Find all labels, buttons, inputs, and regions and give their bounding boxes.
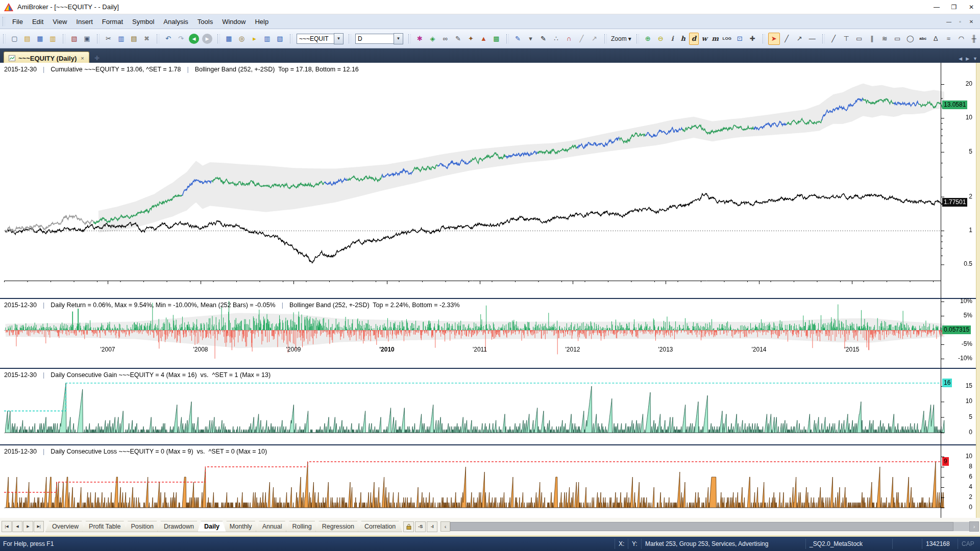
symbol-combo-dropdown-icon[interactable]: ▼ (334, 33, 344, 44)
delete-icon[interactable]: ✖ (141, 33, 153, 45)
gray-line-icon[interactable]: ╱ (576, 33, 587, 45)
zoom-menu-button[interactable]: Zoom▾ (609, 35, 633, 42)
range-icon[interactable]: ⊡ (734, 33, 746, 45)
pen-icon[interactable]: ✎ (537, 33, 549, 45)
restore-button[interactable]: ❐ (945, 1, 963, 14)
menu-format[interactable]: Format (97, 16, 128, 28)
print-preview-icon[interactable]: ▧ (68, 33, 80, 45)
next-sheet-button[interactable]: ▶ (23, 521, 33, 532)
pencil-caret-icon[interactable]: ▾ (525, 33, 536, 45)
log-scale-icon[interactable]: LOG (721, 33, 733, 45)
hscroll-left-icon[interactable]: ‹ (440, 521, 450, 532)
forward-icon[interactable]: ▶ (202, 34, 212, 44)
dotted-pen-icon[interactable]: ∴ (550, 33, 562, 45)
menu-tools[interactable]: Tools (193, 16, 217, 28)
close-button[interactable]: ✕ (963, 1, 980, 14)
menu-help[interactable]: Help (250, 16, 273, 28)
channel-icon[interactable]: ≋ (879, 33, 891, 45)
explore-icon[interactable]: ∞ (439, 33, 451, 45)
menu-window[interactable]: Window (217, 16, 250, 28)
hscroll-right-icon[interactable]: › (969, 521, 979, 532)
symbol-combo[interactable]: ~~~EQUIT▼ (297, 33, 344, 44)
pointer-icon[interactable]: ➤ (768, 33, 780, 45)
copy-icon[interactable]: ▥ (115, 33, 127, 45)
letter-i-icon[interactable]: i (668, 33, 677, 45)
sheet-tab-correlation[interactable]: Correlation (358, 521, 402, 532)
print-icon[interactable]: ▣ (81, 33, 93, 45)
rectangle-icon[interactable]: ▭ (892, 33, 903, 45)
interval-combo-dropdown-icon[interactable]: ▼ (394, 33, 403, 44)
menu-analysis[interactable]: Analysis (159, 16, 192, 28)
tab-scroll-left-icon[interactable]: ◀ (959, 56, 962, 61)
tab-scroll-right-icon[interactable]: ▶ (966, 56, 969, 61)
wizard-icon[interactable]: ✱ (414, 33, 426, 45)
minimize-button[interactable]: — (928, 1, 945, 14)
formula-icon[interactable]: ✎ (452, 33, 464, 45)
sheet-tab-regression[interactable]: Regression (315, 521, 361, 532)
sheet-tab-rolling[interactable]: Rolling (286, 521, 318, 532)
interval-combo[interactable]: D▼ (355, 33, 403, 44)
child-close-button[interactable]: ✕ (966, 17, 977, 26)
interval-toggle-button[interactable]: -I (427, 521, 437, 532)
tab-close-icon[interactable]: × (81, 55, 84, 61)
sheet-tab-overview[interactable]: Overview (45, 521, 85, 532)
hscroll-thumb[interactable] (450, 522, 953, 531)
gears-icon[interactable]: ◎ (236, 33, 248, 45)
menu-edit[interactable]: Edit (28, 16, 48, 28)
first-sheet-button[interactable]: |◀ (2, 521, 12, 532)
save-as-icon[interactable]: ▥ (47, 33, 59, 45)
sheet-tab-position[interactable]: Position (124, 521, 160, 532)
child-restore-button[interactable]: ▫ (954, 17, 966, 26)
redo-icon[interactable]: ↷ (175, 33, 187, 45)
sheet-tab-annual[interactable]: Annual (256, 521, 289, 532)
zoom-in-icon[interactable]: ⊕ (642, 33, 654, 45)
back-icon[interactable]: ◀ (189, 34, 199, 44)
extended-line-icon[interactable]: ╱ (828, 33, 840, 45)
crosshair-icon[interactable]: ✚ (747, 33, 758, 45)
pin-icon[interactable]: ⊤ (841, 33, 852, 45)
chart-hscrollbar[interactable]: ‹› (440, 521, 979, 532)
prev-sheet-button[interactable]: ◀ (12, 521, 22, 532)
undo-icon[interactable]: ↶ (162, 33, 174, 45)
paste-icon[interactable]: ▤ (128, 33, 140, 45)
letter-w-icon[interactable]: w (700, 33, 709, 45)
menu-insert[interactable]: Insert (71, 16, 97, 28)
pitchfork-icon[interactable]: ∆ (930, 33, 942, 45)
menu-symbol[interactable]: Symbol (128, 16, 159, 28)
letter-h-icon[interactable]: h (678, 33, 688, 45)
sheet-tab-profit-table[interactable]: Profit Table (82, 521, 127, 532)
segment-icon[interactable]: — (806, 33, 818, 45)
sheet-tab-drawdown[interactable]: Drawdown (157, 521, 201, 532)
sheet-tab-monthly[interactable]: Monthly (223, 521, 259, 532)
menu-file[interactable]: File (8, 16, 28, 28)
save-icon[interactable]: ▦ (34, 33, 46, 45)
text-tool-icon[interactable]: abc (917, 33, 929, 45)
letter-d-icon[interactable]: d (689, 33, 699, 45)
tab-menu-icon[interactable]: ▼ (973, 56, 977, 61)
hscroll-track[interactable] (450, 522, 969, 531)
zigzag-icon[interactable]: ≈ (943, 33, 954, 45)
child-minimize-button[interactable]: — (943, 17, 954, 26)
menu-view[interactable]: View (48, 16, 71, 28)
letter-m-icon[interactable]: m (710, 33, 720, 45)
ray-icon[interactable]: ↗ (794, 33, 805, 45)
pencil-select-icon[interactable]: ✎ (512, 33, 524, 45)
key-icon[interactable]: ▸ (249, 33, 260, 45)
optimize-icon[interactable]: ✦ (465, 33, 477, 45)
open-database-icon[interactable]: ▤ (21, 33, 33, 45)
cut-icon[interactable]: ✂ (103, 33, 114, 45)
magnet-icon[interactable]: ∩ (563, 33, 575, 45)
lock-icon[interactable] (403, 521, 414, 532)
rocket-icon[interactable]: ▲ (478, 33, 489, 45)
menubar-grip[interactable] (3, 17, 5, 26)
ellipse-icon[interactable]: ◯ (904, 33, 916, 45)
gray-arrow-icon[interactable]: ↗ (589, 33, 600, 45)
columns-icon[interactable]: ▥ (261, 33, 273, 45)
new-file-icon[interactable]: ▢ (9, 33, 20, 45)
zoom-out-icon[interactable]: ⊖ (655, 33, 667, 45)
style-toggle-button[interactable]: -S (415, 521, 426, 532)
parallel-icon[interactable]: ∥ (866, 33, 878, 45)
report-icon[interactable]: ▩ (491, 33, 502, 45)
sheet-tab-daily[interactable]: Daily (198, 521, 226, 532)
view-layout-icon[interactable]: ▦ (223, 33, 235, 45)
